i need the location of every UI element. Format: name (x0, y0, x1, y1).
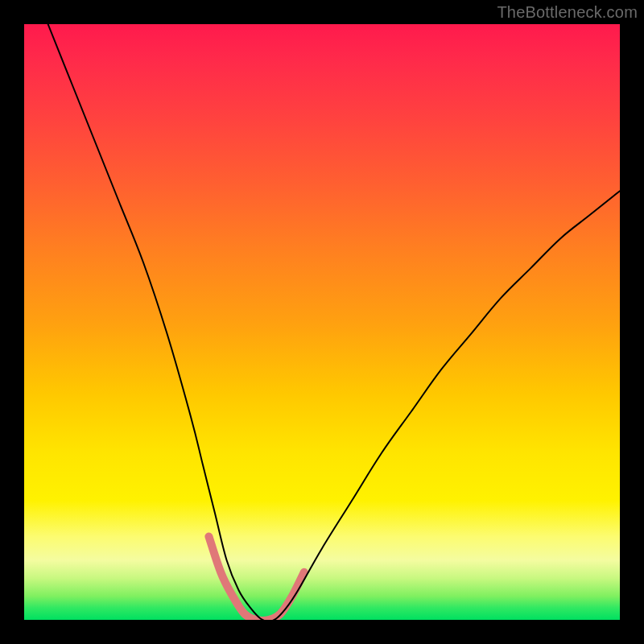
curve-layer (24, 24, 620, 620)
chart-frame: TheBottleneck.com (0, 0, 644, 644)
main-curve-path (48, 24, 620, 620)
watermark-text: TheBottleneck.com (497, 3, 638, 22)
plot-area (24, 24, 620, 620)
